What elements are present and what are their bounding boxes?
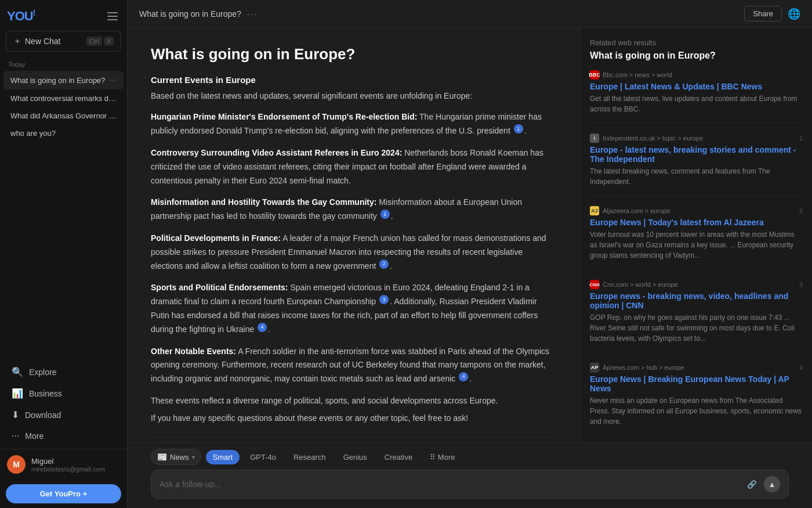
sidebar-toggle-button[interactable] [105,10,120,23]
sidebar-toggle-icon [107,12,118,20]
chat-input-wrapper: 🔗 ▲ [151,470,789,499]
sidebar-item-chat2[interactable]: What controversial remarks did ... [3,90,124,107]
breadcrumb-5: Apnews.com > hub > europe [603,364,684,371]
globe-icon: 🌐 [788,8,800,20]
sidebar-nav-explore[interactable]: 🔍 Explore [3,362,124,382]
sidebar-item-chat1-more[interactable]: ··· [109,75,117,85]
citation-2[interactable]: 1 [380,210,390,219]
answer-section-title: Current Events in Europe [151,75,557,85]
new-chat-shortcut-key: X [104,37,114,46]
new-chat-button[interactable]: ＋ New Chat Ctrl X [6,31,121,52]
result-title-2[interactable]: Europe - latest news, breaking stories a… [590,145,803,164]
sidebar-nav-download-label: Download [25,410,61,420]
pill-research[interactable]: Research [287,450,333,464]
input-toolbar: 📰 News ▾ Smart GPT-4o Research Genius Cr… [151,449,789,465]
pill-creative[interactable]: Creative [378,450,419,464]
source-icon-independent: i [590,134,599,143]
citation-3[interactable]: 2 [379,260,389,269]
sidebar-user: M Miguel mirebelotests@gmail.com [0,449,127,480]
news-mode-chevron-icon: ▾ [192,454,195,460]
result-number-4: 3 [799,281,803,288]
main-header: What is going on in Europe? ··· Share 🌐 [128,0,812,28]
answer-block-2: Controversy Surrounding Video Assistant … [151,146,557,188]
new-chat-shortcut-ctrl: Ctrl [86,37,102,46]
news-mode-icon: 📰 [157,452,167,462]
news-mode-label: News [170,453,189,462]
main-panel: What is going on in Europe? ··· Share 🌐 … [128,0,812,508]
sidebar-item-chat3[interactable]: What did Arkansas Governor Sar... [3,107,124,124]
sidebar-header: YOU! [0,0,127,28]
sources-bar: Sources › ↺ ⧉ 👍 👎 [151,437,557,442]
answer-closing-2: If you have any specific questions about… [151,412,557,424]
result-number-5: 4 [799,364,803,371]
answer-intro: Based on the latest news and updates, se… [151,89,557,102]
input-area: 📰 News ▾ Smart GPT-4o Research Genius Cr… [128,442,812,508]
result-title-4[interactable]: Europe news - breaking news, video, head… [590,291,803,310]
sidebar-nav-download[interactable]: ⬇ Download [3,405,124,425]
logo-you: YOU [7,9,33,23]
source-icon-bbc: BBC [590,70,599,80]
sidebar-today-label: Today [0,57,127,70]
result-snippet-3: Voter turnout was 10 percent lower in ar… [590,229,803,261]
chat-input[interactable] [160,480,740,489]
result-number-2: 1 [799,135,803,142]
download-icon: ⬇ [12,409,19,420]
send-button[interactable]: ▲ [764,476,780,492]
breadcrumb-2: Independent.co.uk > topic > europe [603,135,703,142]
svg-rect-1 [107,16,118,17]
answer-block-6: Other Notable Events: A French soldier i… [151,345,557,386]
explore-icon: 🔍 [12,366,23,377]
globe-button[interactable]: 🌐 [788,8,800,20]
web-result-5: AP Apnews.com > hub > europe 4 Europe Ne… [590,363,803,435]
sidebar-nav-more-label: More [25,431,44,441]
web-result-1: BBC Bbc.com > news > world Europe | Late… [590,70,803,123]
answer-block-5: Sports and Political Endorsements: Spain… [151,281,557,336]
main-header-more-icon[interactable]: ··· [247,9,258,19]
sidebar-item-chat1-text: What is going on in Europe? [10,76,107,85]
right-panel: Related web results What is going on in … [580,28,812,442]
citation-1[interactable]: 1 [514,124,523,134]
sidebar-nav-explore-label: Explore [29,368,56,377]
sidebar-item-chat1[interactable]: What is going on in Europe? ··· [3,71,124,89]
attach-button[interactable]: 🔗 [745,478,759,491]
result-title-1[interactable]: Europe | Latest News & Updates | BBC New… [590,82,803,91]
logo-exclamation: ! [33,8,35,17]
svg-rect-0 [107,12,118,13]
citation-4[interactable]: 3 [379,295,389,304]
result-title-5[interactable]: Europe News | Breaking European News Tod… [590,374,803,393]
sidebar-item-chat4-text: who are you? [10,129,117,138]
pill-genius[interactable]: Genius [336,450,374,464]
breadcrumb-1: Bbc.com > news > world [603,71,672,78]
citation-5[interactable]: 4 [258,323,267,332]
result-snippet-5: Never miss an update on European news fr… [590,395,803,427]
sidebar-nav-business-label: Business [29,389,62,398]
citation-6[interactable]: 4 [459,372,468,381]
sidebar-nav-more[interactable]: ··· More [3,426,124,446]
breadcrumb-3: Aljazeera.com > europe [603,207,670,214]
source-icon-ap: AP [590,363,599,372]
result-snippet-4: GOP Rep. on why he goes against his part… [590,312,803,344]
main-body: What is going on in Europe? Current Even… [128,28,812,442]
sidebar-item-chat4[interactable]: who are you? [3,125,124,142]
more-dots-icon: ··· [12,431,19,441]
get-youpro-button[interactable]: Get YouPro + [6,484,121,503]
user-email: mirebelotests@gmail.com [31,466,120,473]
result-snippet-1: Get all the latest news, live updates an… [590,93,803,114]
answer-block-1: Hungarian Prime Minister's Endorsement o… [151,110,557,138]
answer-block-3: Misinformation and Hostility Towards the… [151,196,557,224]
result-title-3[interactable]: Europe News | Today's latest from Al Jaz… [590,218,803,227]
main-header-title: What is going on in Europe? [139,9,241,19]
sidebar-chat-list: What is going on in Europe? ··· What con… [0,70,127,142]
sidebar-nav-business[interactable]: 📊 Business [3,383,124,403]
news-mode-button[interactable]: 📰 News ▾ [151,449,201,465]
user-avatar: M [7,455,26,474]
pill-smart[interactable]: Smart [206,450,240,464]
chat-title: What is going on in Europe? [151,45,557,63]
source-icon-aljazeera: AJ [590,206,599,215]
sidebar-item-chat2-text: What controversial remarks did ... [10,94,117,103]
share-button[interactable]: Share [744,6,782,21]
pill-more[interactable]: ⠿ More [423,450,462,464]
sidebar-item-chat3-text: What did Arkansas Governor Sar... [10,111,117,120]
result-number-3: 2 [799,207,803,214]
pill-gpt4o[interactable]: GPT-4o [243,450,283,464]
